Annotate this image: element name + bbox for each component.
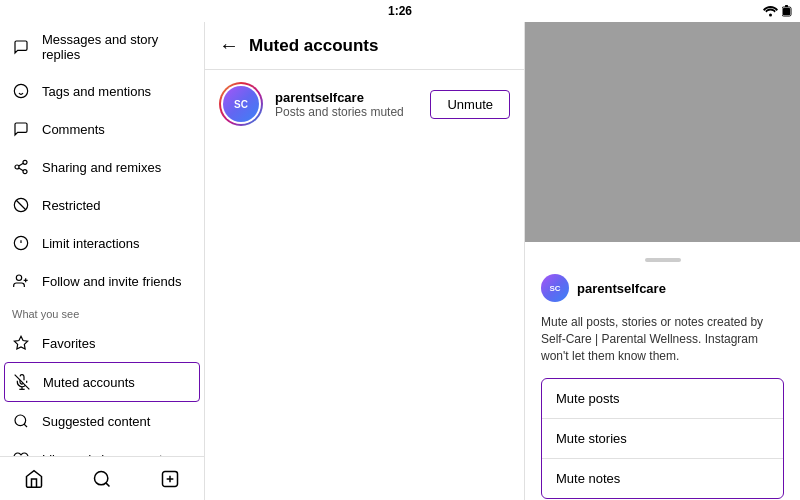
- sidebar-item-muted[interactable]: Muted accounts: [4, 362, 200, 402]
- suggest-icon: [12, 412, 30, 430]
- sidebar-label-comments: Comments: [42, 122, 105, 137]
- svg-line-23: [24, 424, 27, 427]
- share-icon: [12, 158, 30, 176]
- search-icon: [92, 469, 112, 489]
- sidebar-label-muted: Muted accounts: [43, 375, 135, 390]
- tag-icon: [12, 82, 30, 100]
- sheet-handle: [645, 258, 681, 262]
- nav-search[interactable]: [80, 457, 124, 501]
- right-panel: SC parentselfcare Mute all posts, storie…: [525, 22, 800, 500]
- account-avatar: SC: [219, 82, 263, 126]
- add-icon: [160, 469, 180, 489]
- star-icon: [12, 334, 30, 352]
- unmute-button[interactable]: Unmute: [430, 90, 510, 119]
- svg-point-22: [15, 415, 26, 426]
- follow-icon: [12, 272, 30, 290]
- bottom-nav: [0, 456, 205, 500]
- middle-panel: ← Muted accounts SC parentselfcare Posts…: [205, 22, 525, 500]
- sidebar-item-sharing[interactable]: Sharing and remixes: [0, 148, 204, 186]
- middle-header: ← Muted accounts: [205, 22, 524, 70]
- right-panel-image: [525, 22, 800, 242]
- sidebar-item-suggested[interactable]: Suggested content: [0, 402, 204, 440]
- status-icons: [763, 5, 792, 17]
- svg-line-11: [16, 200, 25, 209]
- sidebar-section-what-you-see: What you see: [0, 300, 204, 324]
- mute-notes-option[interactable]: Mute notes: [542, 459, 783, 498]
- avatar-inner: SC: [223, 86, 259, 122]
- sidebar-label-restricted: Restricted: [42, 198, 101, 213]
- sidebar: Messages and story replies Tags and ment…: [0, 22, 205, 500]
- nav-add[interactable]: [148, 457, 192, 501]
- sidebar-label-tags: Tags and mentions: [42, 84, 151, 99]
- sheet-username: parentselfcare: [577, 281, 666, 296]
- sidebar-item-comments[interactable]: Comments: [0, 110, 204, 148]
- svg-rect-2: [785, 5, 788, 7]
- account-subtext: Posts and stories muted: [275, 105, 418, 119]
- middle-panel-title: Muted accounts: [249, 36, 378, 56]
- restrict-icon: [12, 196, 30, 214]
- wifi-icon: [763, 5, 778, 17]
- svg-rect-3: [783, 8, 790, 15]
- svg-marker-18: [14, 336, 27, 349]
- sheet-avatar-circle: SC: [541, 274, 569, 302]
- svg-point-7: [23, 170, 27, 174]
- right-panel-sheet: SC parentselfcare Mute all posts, storie…: [525, 242, 800, 500]
- mute-options-list: Mute posts Mute stories Mute notes: [541, 378, 784, 499]
- battery-icon: [782, 5, 792, 17]
- svg-point-6: [15, 165, 19, 169]
- account-info: parentselfcare Posts and stories muted: [275, 90, 418, 119]
- message-icon: [12, 38, 30, 56]
- sheet-description: Mute all posts, stories or notes created…: [541, 314, 784, 364]
- svg-line-9: [19, 163, 24, 166]
- sheet-avatar-row: SC parentselfcare: [541, 274, 784, 302]
- sidebar-label-messages: Messages and story replies: [42, 32, 192, 62]
- status-bar: 1:26: [0, 0, 800, 22]
- comment-icon: [12, 120, 30, 138]
- mute-icon: [13, 373, 31, 391]
- sidebar-label-limit: Limit interactions: [42, 236, 140, 251]
- mute-posts-option[interactable]: Mute posts: [542, 379, 783, 419]
- sidebar-label-sharing: Sharing and remixes: [42, 160, 161, 175]
- svg-point-4: [14, 84, 27, 97]
- sidebar-item-limit[interactable]: Limit interactions: [0, 224, 204, 262]
- sidebar-item-messages[interactable]: Messages and story replies: [0, 22, 204, 72]
- sidebar-item-tags[interactable]: Tags and mentions: [0, 72, 204, 110]
- svg-point-15: [16, 275, 21, 280]
- svg-point-26: [95, 471, 108, 484]
- svg-point-5: [23, 160, 27, 164]
- account-username: parentselfcare: [275, 90, 418, 105]
- muted-account-item: SC parentselfcare Posts and stories mute…: [205, 70, 524, 138]
- home-icon: [24, 469, 44, 489]
- back-button[interactable]: ←: [219, 34, 239, 57]
- sidebar-label-favorites: Favorites: [42, 336, 95, 351]
- sidebar-item-follow[interactable]: Follow and invite friends: [0, 262, 204, 300]
- sidebar-item-favorites[interactable]: Favorites: [0, 324, 204, 362]
- sidebar-item-restricted[interactable]: Restricted: [0, 186, 204, 224]
- status-time: 1:26: [388, 4, 412, 18]
- svg-point-0: [769, 14, 772, 17]
- svg-line-27: [106, 482, 110, 486]
- limit-icon: [12, 234, 30, 252]
- sidebar-label-follow: Follow and invite friends: [42, 274, 181, 289]
- svg-line-8: [19, 168, 24, 171]
- sidebar-label-suggested: Suggested content: [42, 414, 150, 429]
- mute-stories-option[interactable]: Mute stories: [542, 419, 783, 459]
- nav-home[interactable]: [12, 457, 56, 501]
